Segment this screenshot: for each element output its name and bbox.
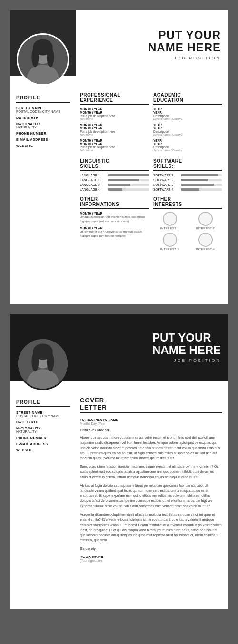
software-skills-section: SOFTWARESKILLS: SOFTWARE 1 SOFTWARE 2 SO…	[153, 158, 222, 193]
professional-experience-section: PROFESSIONALEXPERIENCE MONTH / YEARMONTH…	[80, 92, 149, 155]
page2-sidebar-dob: DATE BIRTH	[16, 420, 70, 424]
interest-circle-4	[198, 233, 213, 247]
skills-wrapper: LINGUISTICSKILLS: LANGUAGE 1 LANGUAGE 2 …	[80, 158, 222, 193]
cover-salutation: Dear Sir / Madam,	[80, 428, 222, 432]
cover-body-wrapper: PROFILE STREET NAME POSTAL CODE / CITY N…	[10, 381, 228, 567]
software-skills-title: SOFTWARESKILLS:	[153, 158, 222, 171]
sidebar-item-street: STREET NAME POSTAL CODE / CITY NAME	[16, 107, 70, 113]
cover-signature: (Your signature)	[80, 559, 222, 562]
page-2: PUT YOUR NAME HERE JOB POSITION PROFILE …	[10, 314, 228, 609]
sidebar-item-phone: PHONE NUMBER	[16, 132, 70, 135]
other-informations-title: OTHERINFORMATIONS	[80, 196, 149, 209]
sidebar: PROFILE STREET NAME POSTAL CODE / CITY N…	[10, 90, 76, 255]
interest-item-4: INTEREST 4	[189, 233, 222, 251]
avatar	[17, 33, 69, 86]
page2-sidebar-profile-title: PROFILE	[16, 400, 70, 407]
page2-sidebar-nationality: NATIONALITY NATURALITY	[16, 427, 70, 433]
other-informations-section: OTHERINFORMATIONS MONTH / YEAR Dmagin zu…	[80, 196, 149, 251]
skill-row-sw4: SOFTWARE 4	[153, 188, 222, 191]
skill-row-sw2: SOFTWARE 2	[153, 178, 222, 182]
academic-education-section: ACADEMICEDUCATION YEARYEAR Description S…	[153, 92, 222, 155]
edu-entry-2: YEARYEAR Description School name / Count…	[153, 123, 222, 136]
other-interests-title: OTHERINTERESTS	[153, 196, 222, 209]
page2-header-text: PUT YOUR NAME HERE JOB POSITION	[76, 314, 228, 381]
interest-item-1: INTEREST 1	[153, 212, 186, 230]
main-content: PROFESSIONALEXPERIENCE MONTH / YEARMONTH…	[76, 90, 228, 255]
svg-point-4	[31, 47, 39, 67]
cover-letter-main: COVERLETTER TO: RECIPIENT'S NAME Month /…	[76, 395, 228, 567]
other-info-entry-1: MONTH / YEAR Dmagin zubret zlur? Alit ev…	[80, 212, 149, 224]
cover-paragraph-4: Aceperita dit andae doluptatem desti ull…	[80, 512, 222, 543]
interests-grid: INTEREST 1 INTEREST 2 INTEREST 3 IN	[153, 212, 222, 251]
skill-row-lang1: LANGUAGE 1	[80, 174, 149, 177]
page2-header: PUT YOUR NAME HERE JOB POSITION	[10, 314, 228, 381]
cover-to-detail: Month / Day / Year	[80, 422, 222, 425]
other-info-entry-2: MONTH / YEAR Denim zubret zlur? Alit eve…	[80, 226, 149, 238]
academic-education-title: ACADEMICEDUCATION	[153, 92, 222, 105]
page2-sidebar-email: E-MAIL ADDRESS	[16, 442, 70, 446]
svg-point-10	[31, 351, 39, 371]
page2-title: PUT YOUR NAME HERE	[152, 332, 221, 357]
page2-sidebar: PROFILE STREET NAME POSTAL CODE / CITY N…	[10, 395, 76, 567]
sidebar-item-dob: DATE BIRTH	[16, 116, 70, 119]
sidebar-item-email: E-MAIL ADDRESS	[16, 138, 70, 141]
exp-entry-3: MONTH / YEARMONTH / YEAR Put a job descr…	[80, 139, 149, 152]
skill-row-sw1: SOFTWARE 1	[153, 174, 222, 177]
job-position: JOB POSITION	[174, 56, 221, 60]
skill-row-lang4: LANGUAGE 4	[80, 188, 149, 191]
interest-circle-1	[163, 212, 177, 226]
edu-entry-3: YEARYEAR Description School name / Count…	[153, 139, 222, 152]
header-photo-col	[10, 10, 76, 76]
body-wrapper: PROFILE STREET NAME POSTAL CODE / CITY N…	[10, 76, 228, 255]
svg-point-5	[47, 47, 54, 67]
cover-your-name: YOUR NAME	[80, 555, 222, 559]
cover-paragraph-3: Ab ius, ut fugia dolorio ssumquiam hilla…	[80, 483, 222, 509]
cover-paragraph-1: Abore, que sequos molore cuptatem es qui…	[80, 435, 222, 461]
other-wrapper: OTHERINFORMATIONS MONTH / YEAR Dmagin zu…	[80, 196, 222, 251]
page2-sidebar-street: STREET NAME POSTAL CODE / CITY NAME	[16, 411, 70, 418]
page2-avatar	[17, 338, 69, 390]
page-title: PUT YOUR NAME HERE	[148, 29, 221, 54]
interest-item-3: INTEREST 3	[153, 233, 186, 251]
page2-sidebar-website: WEBSITE	[16, 449, 70, 452]
top-sections: PROFESSIONALEXPERIENCE MONTH / YEARMONTH…	[80, 92, 222, 155]
page2-sidebar-phone: PHONE NUMBER	[16, 436, 70, 439]
linguistic-skills-title: LINGUISTICSKILLS:	[80, 158, 149, 171]
sidebar-item-nationality: NATIONALITY NATURALITY	[16, 122, 70, 129]
cover-to-name: TO: RECIPIENT'S NAME	[80, 418, 222, 421]
sidebar-profile-title: PROFILE	[16, 95, 70, 103]
linguistic-skills-section: LINGUISTICSKILLS: LANGUAGE 1 LANGUAGE 2 …	[80, 158, 149, 193]
page1-header: PUT YOUR NAME HERE JOB POSITION	[10, 10, 228, 76]
page2-job-position: JOB POSITION	[174, 358, 221, 363]
edu-entry-1: YEARYEAR Description School name / Count…	[153, 107, 222, 120]
interest-circle-2	[198, 212, 213, 226]
other-interests-section: OTHERINTERESTS INTEREST 1 INTEREST 2	[153, 196, 222, 251]
sidebar-item-website: WEBSITE	[16, 144, 70, 147]
page2-photo-col	[10, 314, 76, 381]
interest-circle-3	[163, 233, 177, 247]
professional-experience-title: PROFESSIONALEXPERIENCE	[80, 92, 149, 105]
exp-entry-1: MONTH / YEARMONTH / YEAR Put a job descr…	[80, 107, 149, 120]
skill-row-lang3: LANGUAGE 3	[80, 183, 149, 186]
skill-row-sw3: SOFTWARE 3	[153, 183, 222, 186]
interest-item-2: INTEREST 2	[189, 212, 222, 230]
page-1: PUT YOUR NAME HERE JOB POSITION PROFILE …	[10, 10, 228, 304]
header-text-col: PUT YOUR NAME HERE JOB POSITION	[76, 10, 228, 76]
svg-point-11	[47, 351, 54, 371]
cover-letter-title: COVERLETTER	[80, 397, 222, 413]
exp-entry-2: MONTH / YEARMONTH / YEAR Put a job descr…	[80, 123, 149, 136]
skill-row-lang2: LANGUAGE 2	[80, 178, 149, 182]
cover-closing: Sincerely,	[80, 546, 222, 551]
cover-paragraph-2: Sam, quas situm hicabor epreptur magnam,…	[80, 464, 222, 480]
